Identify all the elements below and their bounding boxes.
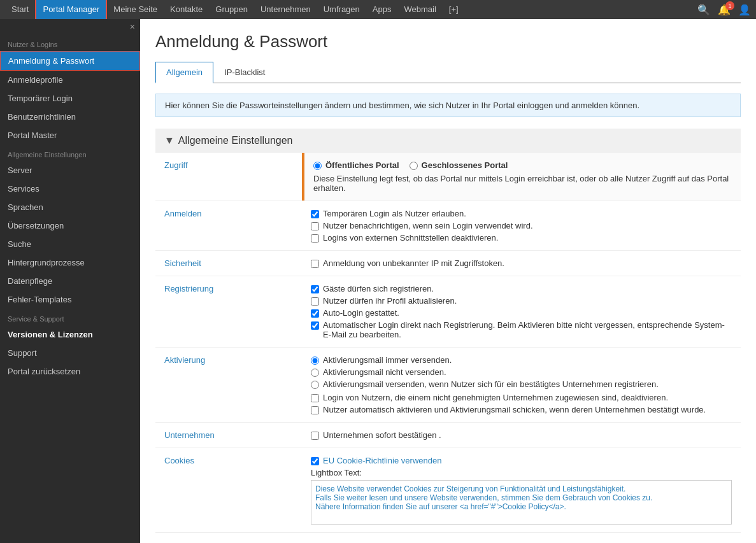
cb-eu-cookie[interactable]: EU Cookie-Richtlinie verwenden [311, 456, 732, 465]
radio-oeffentlich[interactable]: Öffentliches Portal [313, 160, 399, 170]
notification-badge: 1 [725, 1, 734, 10]
page-title: Anmeldung & Passwort [155, 32, 741, 52]
registrierung-checkboxes: Gäste dürfen sich registrieren. Nutzer d… [311, 284, 732, 339]
row-zugriff: Zugriff Öffentliches Portal Geschlossene… [155, 153, 741, 201]
radio-geschlossen[interactable]: Geschlossenes Portal [410, 160, 508, 170]
row-registrierung: Registrierung Gäste dürfen sich registri… [155, 276, 741, 348]
sidebar-item-anmeldung[interactable]: Anmeldung & Passwort [0, 51, 140, 71]
radio-oeffentlich-label: Öffentliches Portal [325, 160, 399, 170]
cb-gaeste-label: Gäste dürfen sich registrieren. [323, 284, 434, 293]
cb-sicherheit-label: Anmeldung von unbekannter IP mit Zugriff… [323, 258, 504, 268]
row-aktivierung: Aktivierung Aktivierungsmail immer verse… [155, 348, 741, 423]
nav-kontakte[interactable]: Kontakte [164, 0, 209, 19]
sidebar-item-versionen[interactable]: Versionen & Lizenzen [0, 325, 140, 344]
nav-webmail[interactable]: Webmail [397, 0, 442, 19]
aktivierung-radios: Aktivierungsmail immer versenden. Aktivi… [311, 355, 732, 389]
sidebar-item-portal-zuruecksetzen[interactable]: Portal zurücksetzen [0, 362, 140, 381]
label-aktivierung: Aktivierung [155, 348, 302, 422]
sidebar-item-sprachen[interactable]: Sprachen [0, 198, 140, 216]
sidebar-item-support[interactable]: Support [0, 344, 140, 362]
cb-unternehmen[interactable]: Unternehmen sofort bestätigen . [311, 430, 732, 440]
sidebar-item-portal-master[interactable]: Portal Master [0, 126, 140, 145]
cb-gaeste[interactable]: Gäste dürfen sich registrieren. [311, 284, 732, 293]
value-registrierung: Gäste dürfen sich registrieren. Nutzer d… [302, 276, 741, 347]
nav-start[interactable]: Start [5, 0, 35, 19]
value-aktivierung: Aktivierungsmail immer versenden. Aktivi… [302, 348, 741, 422]
value-cookies: EU Cookie-Richtlinie verwenden Lightbox … [302, 448, 741, 532]
radio-aktivierung-unternehmen[interactable]: Aktivierungsmail versenden, wenn Nutzer … [311, 379, 732, 389]
radio-aktivierung-nicht[interactable]: Aktivierungsmail nicht versenden. [311, 367, 732, 377]
sidebar-item-server[interactable]: Server [0, 161, 140, 180]
value-zugriff: Öffentliches Portal Geschlossenes Portal… [302, 153, 741, 201]
cb-nutzer-aktivieren-label: Nutzer automatisch aktivieren und Aktivi… [323, 405, 706, 414]
nav-umfragen[interactable]: Umfragen [317, 0, 366, 19]
notifications-icon[interactable]: 🔔 1 [718, 4, 731, 16]
section-header-title: Allgemeine Einstellungen [178, 135, 293, 146]
sidebar-item-services[interactable]: Services [0, 180, 140, 198]
nav-plus[interactable]: [+] [443, 0, 465, 19]
sidebar-item-benutzerrichtlinien[interactable]: Benutzerrichtlinien [0, 108, 140, 126]
cb-profil[interactable]: Nutzer dürfen ihr Profil aktualisieren. [311, 296, 732, 306]
cb-logins-deaktivieren[interactable]: Logins von externen Schnittstellen deakt… [311, 233, 732, 243]
nav-meine-seite[interactable]: Meine Seite [107, 0, 164, 19]
cb-auto-login-label: Auto-Login gestattet. [323, 308, 399, 318]
info-box: Hier können Sie die Passworteinstellunge… [155, 94, 741, 117]
value-sicherheit: Anmeldung von unbekannter IP mit Zugriff… [302, 251, 741, 276]
cb-temporaer-label: Temporären Login als Nutzer erlauben. [323, 209, 466, 218]
label-zugriff: Zugriff [155, 153, 302, 201]
sidebar-section-nutzer: Nutzer & Logins [0, 34, 140, 51]
radio-aktivierung-immer[interactable]: Aktivierungsmail immer versenden. [311, 355, 732, 365]
search-icon[interactable]: 🔍 [697, 4, 710, 16]
sidebar-item-suche[interactable]: Suche [0, 235, 140, 253]
lightbox-label: Lightbox Text: [311, 468, 732, 477]
lightbox-text[interactable]: Diese Website verwendet Cookies zur Stei… [311, 480, 732, 525]
value-anmelden: Temporären Login als Nutzer erlauben. Nu… [302, 201, 741, 250]
nav-unternehmen[interactable]: Unternehmen [254, 0, 317, 19]
cb-nutzer-aktivieren[interactable]: Nutzer automatisch aktivieren und Aktivi… [311, 405, 732, 414]
chevron-down-icon: ▼ [164, 135, 175, 146]
main-layout: × Nutzer & Logins Anmeldung & Passwort A… [0, 19, 756, 543]
user-icon[interactable]: 👤 [738, 4, 751, 16]
sidebar-item-temporaerer-login[interactable]: Temporärer Login [0, 89, 140, 108]
zugriff-description: Diese Einstellung legt fest, ob das Port… [313, 174, 732, 193]
label-registrierung: Registrierung [155, 276, 302, 347]
nav-gruppen[interactable]: Gruppen [209, 0, 254, 19]
cb-auto-login[interactable]: Auto-Login gestattet. [311, 308, 732, 318]
radio-geschlossen-label: Geschlossenes Portal [422, 160, 508, 170]
label-anmelden: Anmelden [155, 201, 302, 250]
cb-benachrichtigen[interactable]: Nutzer benachrichtigen, wenn sein Login … [311, 221, 732, 230]
main-content: Anmeldung & Passwort Allgemein IP-Blackl… [140, 19, 756, 543]
aktivierung-checkboxes: Login von Nutzern, die einem nicht geneh… [311, 393, 732, 414]
anmelden-checkboxes: Temporären Login als Nutzer erlauben. Nu… [311, 209, 732, 243]
section-header-allgemeine: ▼ Allgemeine Einstellungen [155, 129, 741, 153]
cb-benachrichtigen-label: Nutzer benachrichtigen, wenn sein Login … [323, 221, 533, 230]
tab-allgemein[interactable]: Allgemein [155, 62, 213, 83]
sidebar-item-anmeldeprofile[interactable]: Anmeldeprofile [0, 71, 140, 89]
cb-sicherheit[interactable]: Anmeldung von unbekannter IP mit Zugriff… [311, 258, 732, 268]
top-navigation: Start Portal Manager Meine Seite Kontakt… [0, 0, 756, 19]
label-unternehmen: Unternehmen [155, 423, 302, 448]
cb-login-deaktivieren[interactable]: Login von Nutzern, die einem nicht geneh… [311, 393, 732, 402]
cb-eu-cookie-label: EU Cookie-Richtlinie verwenden [323, 456, 441, 465]
sidebar-item-datenpflege[interactable]: Datenpflege [0, 272, 140, 290]
cb-logins-label: Logins von externen Schnittstellen deakt… [323, 233, 498, 243]
row-sicherheit: Sicherheit Anmeldung von unbekannter IP … [155, 251, 741, 276]
tab-ip-blacklist[interactable]: IP-Blacklist [213, 62, 276, 83]
sidebar-section-service: Service & Support [0, 309, 140, 325]
sidebar-item-uebersetzungen[interactable]: Übersetzungen [0, 216, 140, 235]
cb-automatischer-login-label: Automatischer Login direkt nach Registri… [323, 320, 732, 339]
sidebar-close-button[interactable]: × [0, 19, 140, 34]
row-cookies: Cookies EU Cookie-Richtlinie verwenden L… [155, 448, 741, 533]
nav-portal-manager[interactable]: Portal Manager [35, 0, 107, 20]
top-nav-right: 🔍 🔔 1 👤 [697, 4, 751, 16]
sidebar-item-fehler-templates[interactable]: Fehler-Templates [0, 290, 140, 309]
nav-apps[interactable]: Apps [366, 0, 398, 19]
radio-immer-label: Aktivierungsmail immer versenden. [323, 355, 452, 365]
cb-automatischer-login[interactable]: Automatischer Login direkt nach Registri… [311, 320, 732, 339]
sidebar-item-hintergrundprozesse[interactable]: Hintergrundprozesse [0, 253, 140, 272]
cb-temporaer[interactable]: Temporären Login als Nutzer erlauben. [311, 209, 732, 218]
radio-nicht-label: Aktivierungsmail nicht versenden. [323, 367, 446, 377]
row-unternehmen: Unternehmen Unternehmen sofort bestätige… [155, 423, 741, 448]
sidebar-section-allgemeine: Allgemeine Einstellungen [0, 145, 140, 161]
label-cookies: Cookies [155, 448, 302, 532]
